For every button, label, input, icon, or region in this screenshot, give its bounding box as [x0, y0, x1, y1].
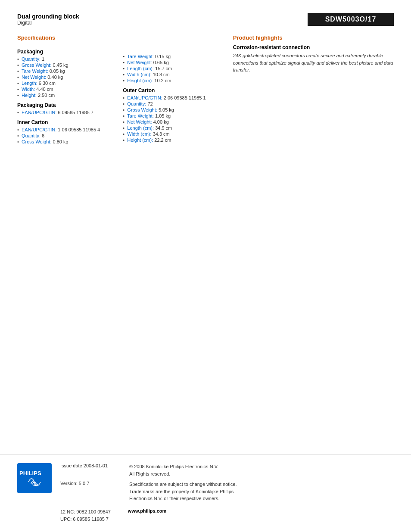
spec-label: Gross Weight: [22, 62, 52, 68]
spec-label: Tare Weight: [127, 113, 154, 118]
list-item: Gross Weight: 0.80 kg [17, 139, 110, 144]
list-item: Quantity: 6 [17, 133, 110, 138]
spec-label: Net Weight: [127, 60, 152, 65]
middle-col-list: Tare Weight: 0.15 kg Net Weight: 0.65 kg… [123, 54, 215, 83]
inner-carton-heading: Inner Carton [17, 119, 110, 125]
spec-value: 0.45 kg [53, 62, 68, 68]
packaging-data-heading: Packaging Data [17, 102, 110, 108]
inner-carton-list: EAN/UPC/GTIN: 1 06 09585 11985 4 Quantit… [17, 127, 110, 144]
spec-label: Net Weight: [127, 119, 152, 124]
footer-info: Issue date 2008-01-01 © 2008 Koninklijke… [60, 463, 394, 523]
packaging-heading: Packaging [17, 49, 110, 55]
footer-nc-upc: 12 NC: 9082 100 09847 UPC: 6 09585 11985… [60, 508, 111, 523]
highlight-description: 24K gold-electroplated connectors create… [233, 52, 394, 74]
spec-value: 1.05 kg [155, 113, 171, 118]
spec-value: 4.00 kg [153, 119, 169, 124]
spec-value: 0.80 kg [53, 139, 68, 144]
product-title: Dual grounding block [17, 13, 308, 20]
list-item: Height: 2.50 cm [17, 93, 110, 98]
spec-value: 4.40 cm [36, 87, 53, 92]
spec-value: 34.9 cm [155, 125, 172, 131]
list-item: Gross Weight: 0.45 kg [17, 62, 110, 68]
spec-value: 0.05 kg [50, 68, 65, 74]
spec-label: Height (cm): [127, 78, 153, 83]
list-item: Length: 6.30 cm [17, 81, 110, 86]
specifications-heading: Specifications [17, 34, 216, 41]
spec-label: Tare Weight: [22, 68, 48, 74]
list-item: Net Weight: 4.00 kg [123, 119, 215, 124]
spec-label: Gross Weight: [127, 107, 157, 112]
spec-value: 22.2 cm [154, 137, 171, 143]
spec-label: Height: [22, 93, 37, 98]
spec-label: EAN/UPC/GTIN: [127, 95, 162, 100]
spec-label: Width (cm): [127, 72, 151, 77]
spec-value: 2 06 09585 11985 1 [164, 95, 206, 100]
list-item: Tare Weight: 1.05 kg [123, 113, 215, 118]
list-item: Quantity: 1 [17, 56, 110, 62]
list-item: Width (cm): 10.8 cm [123, 72, 215, 77]
product-highlights-heading: Product highlights [233, 34, 394, 41]
footer-website: www.philips.com [128, 508, 394, 513]
list-item: Length (cm): 34.9 cm [123, 125, 215, 131]
spec-value: 10.2 cm [154, 78, 171, 83]
spec-value: 10.8 cm [153, 72, 170, 77]
spec-value: 6.30 cm [39, 81, 56, 86]
svg-text:PHILIPS: PHILIPS [19, 470, 41, 476]
philips-logo: PHILIPS [17, 463, 52, 495]
outer-carton-heading: Outer Carton [123, 87, 215, 93]
spec-label: Width: [22, 87, 35, 92]
list-item: EAN/UPC/GTIN: 1 06 09585 11985 4 [17, 127, 110, 132]
packaging-list: Quantity: 1 Gross Weight: 0.45 kg Tare W… [17, 56, 110, 98]
spec-label: Quantity: [22, 56, 40, 62]
spec-label: Length (cm): [127, 66, 154, 71]
list-item: Width (cm): 34.3 cm [123, 131, 215, 137]
packaging-data-list: EAN/UPC/GTIN: 6 09585 11985 7 [17, 110, 110, 115]
list-item: Quantity: 72 [123, 101, 215, 106]
list-item: Height (cm): 10.2 cm [123, 78, 215, 83]
spec-label: Gross Weight: [22, 139, 52, 144]
list-item: EAN/UPC/GTIN: 6 09585 11985 7 [17, 110, 110, 115]
footer-copyright: © 2008 Koninklijke Philips Electronics N… [129, 463, 218, 477]
list-item: Gross Weight: 5.05 kg [123, 107, 215, 112]
list-item: Height (cm): 22.2 cm [123, 137, 215, 143]
list-item: Tare Weight: 0.15 kg [123, 54, 215, 59]
list-item: Length (cm): 15.7 cm [123, 66, 215, 71]
spec-value: 1 06 09585 11985 4 [58, 127, 100, 132]
list-item: Net Weight: 0.40 kg [17, 75, 110, 80]
spec-value: 6 09585 11985 7 [58, 110, 93, 115]
spec-label: Length (cm): [127, 125, 154, 131]
spec-label: Quantity: [127, 101, 146, 106]
spec-label: Net Weight: [22, 75, 46, 80]
spec-value: 15.7 cm [155, 66, 172, 71]
svg-rect-0 [17, 463, 52, 493]
spec-value: 6 [42, 133, 44, 138]
spec-label: Height (cm): [127, 137, 153, 143]
spec-label: EAN/UPC/GTIN: [22, 110, 56, 115]
spec-label: Width (cm): [127, 131, 151, 137]
spec-value: 0.65 kg [153, 60, 169, 65]
highlight-title: Corrosion-resistant connection [233, 44, 394, 50]
spec-value: 72 [147, 101, 153, 106]
spec-label: Length: [22, 81, 37, 86]
footer-disclaimer: Specifications are subject to change wit… [129, 481, 237, 502]
spec-value: 0.40 kg [47, 75, 63, 80]
footer: PHILIPS Issue date 2008-01-01 © 2008 Kon… [0, 454, 411, 532]
list-item: Width: 4.40 cm [17, 87, 110, 92]
list-item: EAN/UPC/GTIN: 2 06 09585 11985 1 [123, 95, 215, 100]
product-model-id: SDW5003O/17 [308, 13, 394, 26]
spec-value: 5.05 kg [159, 107, 174, 112]
spec-label: Quantity: [22, 133, 40, 138]
spec-value: 0.15 kg [155, 54, 171, 59]
footer-issue-date: Issue date 2008-01-01 [60, 463, 121, 477]
product-subtitle: Digital [17, 20, 308, 26]
list-item: Tare Weight: 0.05 kg [17, 68, 110, 74]
spec-value: 34.3 cm [153, 131, 170, 137]
list-item: Net Weight: 0.65 kg [123, 60, 215, 65]
spec-value: 2.50 cm [38, 93, 55, 98]
spec-label: EAN/UPC/GTIN: [22, 127, 56, 132]
spec-label: Tare Weight: [127, 54, 154, 59]
spec-value: 1 [42, 56, 44, 62]
outer-carton-list: EAN/UPC/GTIN: 2 06 09585 11985 1 Quantit… [123, 95, 215, 143]
footer-version: Version: 5.0.7 [60, 481, 121, 502]
